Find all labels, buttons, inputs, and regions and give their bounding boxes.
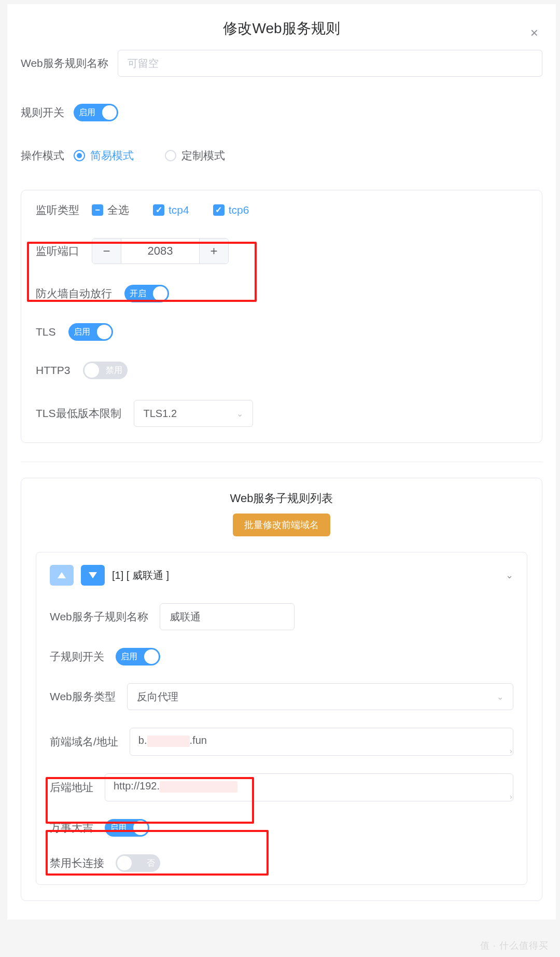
resize-handle-icon[interactable]: ⌟ [505, 792, 513, 800]
divider [21, 462, 542, 462]
tls-min-row: TLS最低版本限制 TLS1.2 ⌄ [36, 400, 527, 427]
listen-port-label: 监听端口 [36, 244, 79, 258]
sub-rule-header: Web服务子规则列表 批量修改前端域名 [36, 491, 527, 552]
all-good-row: 万事大吉 启用 [50, 819, 513, 837]
frontend-domain-row: 前端域名/地址 b..fun ⌟ [50, 728, 513, 756]
move-down-button[interactable] [81, 565, 105, 586]
batch-edit-domain-button[interactable]: 批量修改前端域名 [233, 514, 330, 536]
listen-panel: 监听类型 全选 tcp4 tcp6 监听端口 − [21, 190, 542, 443]
sub-rule-item-header: [1] [ 威联通 ] ⌄ [50, 565, 513, 586]
chevron-down-icon: ⌄ [236, 409, 243, 419]
http3-row: HTTP3 禁用 [36, 362, 527, 379]
mode-row: 操作模式 简易模式 定制模式 [21, 148, 542, 163]
firewall-toggle[interactable]: 开启 [124, 285, 169, 302]
listen-port-row: 监听端口 − + [36, 238, 527, 264]
sub-rule-item-title: [1] [ 威联通 ] [112, 568, 169, 582]
port-stepper: − + [92, 238, 229, 264]
sub-rule-item: [1] [ 威联通 ] ⌄ Web服务子规则名称 子规则开关 启用 Web服务类… [36, 552, 527, 885]
watermark: 值 · 什么值得买 [480, 939, 549, 952]
rule-name-label: Web服务规则名称 [21, 56, 108, 71]
service-type-row: Web服务类型 反向代理 ⌄ [50, 683, 513, 710]
mode-simple-radio[interactable]: 简易模式 [74, 148, 134, 163]
modal-title-bar: 修改Web服务规则 × [7, 4, 556, 50]
sub-rule-panel: Web服务子规则列表 批量修改前端域名 [1] [ 威联通 ] ⌄ Web服务子… [21, 478, 542, 901]
rule-name-row: Web服务规则名称 [21, 50, 542, 77]
rule-switch-row: 规则开关 启用 [21, 104, 542, 121]
collapse-icon[interactable]: ⌄ [506, 570, 513, 581]
port-decrement-button[interactable]: − [92, 239, 121, 263]
backend-address-row: 后端地址 http://192. ⌟ [50, 773, 513, 801]
modal-title: 修改Web服务规则 [223, 20, 340, 36]
http3-toggle[interactable]: 禁用 [83, 362, 128, 379]
sub-name-row: Web服务子规则名称 [50, 603, 513, 630]
frontend-domain-input[interactable]: b..fun ⌟ [130, 728, 513, 756]
firewall-label: 防火墙自动放行 [36, 286, 112, 301]
sub-switch-row: 子规则开关 启用 [50, 648, 513, 665]
chevron-down-icon: ⌄ [497, 692, 503, 702]
listen-type-row: 监听类型 全选 tcp4 tcp6 [36, 203, 527, 217]
move-up-button[interactable] [50, 565, 74, 586]
sub-name-label: Web服务子规则名称 [50, 609, 148, 624]
port-input[interactable] [121, 239, 199, 263]
tls-toggle[interactable]: 启用 [68, 323, 113, 341]
rule-switch-toggle[interactable]: 启用 [74, 104, 118, 121]
frontend-domain-label: 前端域名/地址 [50, 734, 118, 749]
backend-address-label: 后端地址 [50, 780, 93, 795]
mode-custom-radio[interactable]: 定制模式 [165, 148, 225, 163]
tls-min-select[interactable]: TLS1.2 ⌄ [134, 400, 253, 427]
disable-keepalive-toggle[interactable]: 否 [116, 854, 160, 872]
service-type-label: Web服务类型 [50, 689, 116, 704]
listen-type-label: 监听类型 [36, 203, 79, 217]
rule-name-input[interactable] [118, 50, 542, 77]
rule-switch-label: 规则开关 [21, 105, 64, 120]
resize-handle-icon[interactable]: ⌟ [505, 746, 513, 754]
tls-label: TLS [36, 326, 56, 338]
redaction [147, 736, 190, 747]
mode-label: 操作模式 [21, 148, 64, 163]
sub-name-input[interactable] [160, 603, 295, 630]
sub-switch-toggle[interactable]: 启用 [116, 648, 160, 665]
modal: 修改Web服务规则 × Web服务规则名称 规则开关 启用 操作模式 简易模式 [7, 4, 556, 920]
all-good-label: 万事大吉 [50, 821, 93, 835]
redaction [160, 781, 237, 793]
tcp4-checkbox[interactable]: tcp4 [153, 204, 189, 216]
disable-keepalive-row: 禁用长连接 否 [50, 854, 513, 872]
sub-switch-label: 子规则开关 [50, 649, 104, 664]
service-type-select[interactable]: 反向代理 ⌄ [127, 683, 513, 710]
tls-row: TLS 启用 [36, 323, 527, 341]
close-icon[interactable]: × [530, 25, 538, 41]
port-increment-button[interactable]: + [199, 239, 228, 263]
firewall-row: 防火墙自动放行 开启 [36, 285, 527, 302]
backend-address-input[interactable]: http://192. ⌟ [105, 773, 513, 801]
all-good-toggle[interactable]: 启用 [105, 819, 149, 837]
tls-min-label: TLS最低版本限制 [36, 406, 121, 421]
tcp6-checkbox[interactable]: tcp6 [213, 204, 249, 216]
select-all-checkbox[interactable]: 全选 [92, 203, 129, 217]
sub-rule-list-title: Web服务子规则列表 [36, 491, 527, 506]
http3-label: HTTP3 [36, 364, 71, 377]
disable-keepalive-label: 禁用长连接 [50, 856, 104, 870]
